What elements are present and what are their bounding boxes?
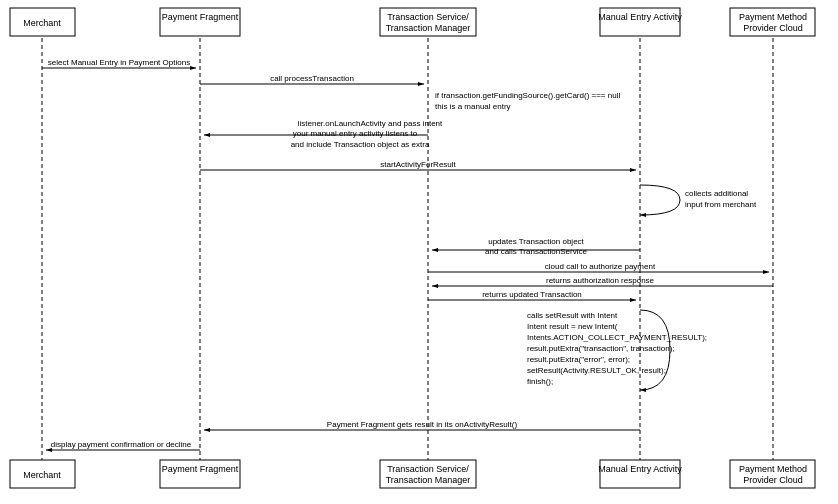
message-label-m11c: Intents.ACTION_COLLECT_PAYMENT_RESULT); xyxy=(527,333,707,342)
message-label-m12: Payment Fragment gets result in its onAc… xyxy=(327,420,518,429)
message-label-m4c: and include Transaction object as extra xyxy=(291,140,430,149)
message-label-m4b: your manual entry activity listens to xyxy=(293,129,418,138)
actor-transactionservice-top: Transaction Service/ xyxy=(387,12,469,22)
actor-manualentry-top: Manual Entry Activity xyxy=(598,12,682,22)
message-label-m7a: updates Transaction object xyxy=(488,237,584,246)
message-label-m11b: Intent result = new Intent( xyxy=(527,322,618,331)
message-label-m2: call processTransaction xyxy=(270,74,354,83)
message-label-m11d: result.putExtra("transaction", transacti… xyxy=(527,344,675,353)
message-label-m10: returns updated Transaction xyxy=(482,290,582,299)
message-label-m6a: collects additional xyxy=(685,189,748,198)
actor-manualentry-bottom: Manual Entry Activity xyxy=(598,464,682,474)
actor-merchant-bottom: Merchant xyxy=(23,470,61,480)
message-label-m3b: this is a manual entry xyxy=(435,102,511,111)
message-label-m7b: and calls TransactionService xyxy=(485,247,587,256)
message-label-m11a: calls setResult with Intent xyxy=(527,311,618,320)
actor-paymentcloud-bottom: Payment Method xyxy=(739,464,807,474)
message-label-m3: if transaction.getFundingSource().getCar… xyxy=(435,91,620,100)
message-label-m5: startActivityForResult xyxy=(380,160,456,169)
message-label-m13: display payment confirmation or decline xyxy=(51,440,192,449)
actor-transactionservice-bottom2: Transaction Manager xyxy=(386,475,471,485)
sequence-diagram: select Manual Entry in Payment Options c… xyxy=(0,0,838,504)
message-label-m11g: finish(); xyxy=(527,377,553,386)
message-label-m11e: result.putExtra("error", error); xyxy=(527,355,630,364)
actor-merchant-top: Merchant xyxy=(23,18,61,28)
message-label-m6b: input from merchant xyxy=(685,200,757,209)
actor-transactionservice-bottom: Transaction Service/ xyxy=(387,464,469,474)
actor-paymentfragment-bottom: Payment Fragment xyxy=(162,464,239,474)
message-label-m8: cloud call to authorize payment xyxy=(545,262,656,271)
message-label-m11f: setResult(Activity.RESULT_OK, result); xyxy=(527,366,666,375)
message-label-m1: select Manual Entry in Payment Options xyxy=(48,58,190,67)
diagram-container: select Manual Entry in Payment Options c… xyxy=(0,0,838,504)
actor-paymentcloud-top2: Provider Cloud xyxy=(743,23,803,33)
actor-paymentcloud-bottom2: Provider Cloud xyxy=(743,475,803,485)
actor-paymentcloud-top: Payment Method xyxy=(739,12,807,22)
message-label-m4a: listener.onLaunchActivity and pass inten… xyxy=(298,119,443,128)
actor-transactionservice-top2: Transaction Manager xyxy=(386,23,471,33)
message-label-m9: returns authorization response xyxy=(546,276,655,285)
actor-paymentfragment-top: Payment Fragment xyxy=(162,12,239,22)
